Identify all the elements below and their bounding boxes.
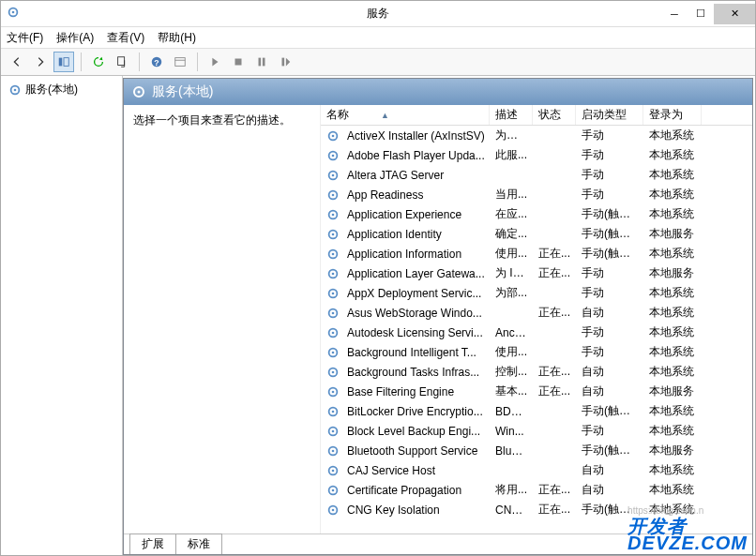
service-desc: 当用... xyxy=(490,187,533,203)
column-start[interactable]: 启动类型 xyxy=(576,105,643,125)
svg-rect-9 xyxy=(235,59,242,66)
service-name: Bluetooth Support Service xyxy=(347,444,477,458)
column-status[interactable]: 状态 xyxy=(533,105,576,125)
service-icon xyxy=(326,208,340,221)
minimize-button[interactable]: ─ xyxy=(661,4,688,24)
service-row[interactable]: Autodesk Licensing Servi...Anch...手动本地系统 xyxy=(321,323,752,342)
service-name: Block Level Backup Engi... xyxy=(347,425,480,438)
column-desc[interactable]: 描述 xyxy=(490,105,533,125)
svg-point-50 xyxy=(332,449,335,452)
service-logon: 本地系统 xyxy=(643,502,702,518)
service-row[interactable]: Application Layer Gatewa...为 In...正在...手… xyxy=(321,263,752,283)
service-row[interactable]: Application Information使用...正在...手动(触发..… xyxy=(321,244,752,263)
export-button[interactable] xyxy=(112,52,132,72)
tree-root-item[interactable]: 服务(本地) xyxy=(5,80,118,99)
service-row[interactable]: Block Level Backup Engi...Win...手动本地系统 xyxy=(321,421,752,441)
refresh-button[interactable] xyxy=(88,52,109,72)
service-name: Base Filtering Engine xyxy=(347,385,454,398)
service-desc: 此服... xyxy=(490,147,533,163)
help-button[interactable]: ? xyxy=(146,52,167,72)
svg-point-1 xyxy=(12,11,15,14)
menu-action[interactable]: 操作(A) xyxy=(56,30,94,46)
service-row[interactable]: Bluetooth Support ServiceBlue...手动(触发...… xyxy=(321,441,752,460)
svg-point-16 xyxy=(138,91,141,94)
pause-service-button[interactable] xyxy=(251,52,272,72)
toolbar-separator xyxy=(81,53,82,71)
service-desc: BDE... xyxy=(490,405,533,418)
forward-button[interactable] xyxy=(30,52,51,72)
service-status: 正在... xyxy=(533,364,576,380)
service-row[interactable]: Base Filtering Engine基本...正在...自动本地服务 xyxy=(321,382,752,401)
service-icon xyxy=(326,484,340,497)
column-logon[interactable]: 登录为 xyxy=(643,105,702,125)
service-row[interactable]: App Readiness当用...手动本地系统 xyxy=(321,185,752,204)
restart-service-button[interactable] xyxy=(275,52,295,72)
description-pane: 选择一个项目来查看它的描述。 xyxy=(124,105,321,533)
svg-point-36 xyxy=(332,311,335,314)
services-list[interactable]: 名称▲ 描述 状态 启动类型 登录为 ActiveX Installer (Ax… xyxy=(321,105,752,533)
service-row[interactable]: ActiveX Installer (AxInstSV)为从 ...手动本地系统 xyxy=(321,126,752,145)
service-status: 正在... xyxy=(533,246,576,262)
service-row[interactable]: Certificate Propagation将用...正在...自动本地系统 xyxy=(321,480,752,500)
title-bar: 服务 ─ ☐ ✕ xyxy=(1,1,755,27)
service-row[interactable]: Background Intelligent T...使用...手动本地系统 xyxy=(321,342,752,362)
service-row[interactable]: AppX Deployment Servic...为部...手动本地系统 xyxy=(321,283,752,303)
stop-service-button[interactable] xyxy=(228,52,249,72)
description-prompt: 选择一个项目来查看它的描述。 xyxy=(133,113,310,128)
show-hide-tree-button[interactable] xyxy=(53,52,74,72)
service-name: Background Intelligent T... xyxy=(347,346,476,359)
service-start: 手动(触发... xyxy=(576,226,643,242)
svg-rect-11 xyxy=(263,58,265,67)
service-logon: 本地系统 xyxy=(643,324,702,340)
service-desc: 将用... xyxy=(490,482,533,498)
service-logon: 本地系统 xyxy=(643,364,702,380)
service-row[interactable]: Asus WebStorage Windo...正在...自动本地系统 xyxy=(321,303,752,323)
service-name: CAJ Service Host xyxy=(347,464,435,477)
back-button[interactable] xyxy=(7,52,27,72)
service-desc: 确定... xyxy=(490,226,533,242)
service-icon xyxy=(326,464,340,477)
service-row[interactable]: CAJ Service Host自动本地系统 xyxy=(321,460,752,480)
svg-point-46 xyxy=(332,410,335,413)
menu-view[interactable]: 查看(V) xyxy=(107,30,144,46)
service-row[interactable]: Background Tasks Infras...控制...正在...自动本地… xyxy=(321,362,752,382)
service-row[interactable]: Altera JTAG Server手动本地系统 xyxy=(321,165,752,185)
service-start: 手动(触发... xyxy=(576,206,643,222)
service-icon xyxy=(326,366,340,379)
start-service-button[interactable] xyxy=(204,52,225,72)
svg-point-14 xyxy=(14,88,17,91)
svg-point-18 xyxy=(332,134,335,137)
service-desc: 为部... xyxy=(490,285,533,301)
svg-point-38 xyxy=(332,331,335,334)
svg-point-28 xyxy=(332,233,335,235)
service-start: 手动 xyxy=(576,344,643,360)
service-icon xyxy=(326,248,340,261)
service-desc: Anch... xyxy=(490,326,533,339)
service-icon xyxy=(326,307,340,320)
service-row[interactable]: CNG Key IsolationCNG...正在...手动(触发...本地系统 xyxy=(321,500,752,519)
service-logon: 本地系统 xyxy=(643,403,702,419)
service-start: 手动 xyxy=(576,324,643,340)
column-name[interactable]: 名称▲ xyxy=(321,105,490,125)
service-row[interactable]: Application Identity确定...手动(触发...本地服务 xyxy=(321,224,752,244)
tab-standard[interactable]: 标准 xyxy=(175,533,222,554)
svg-rect-4 xyxy=(118,57,125,66)
service-row[interactable]: Application Experience在应...手动(触发...本地系统 xyxy=(321,204,752,224)
service-logon: 本地系统 xyxy=(643,246,702,262)
service-icon xyxy=(326,503,340,517)
view-tabs: 扩展 标准 xyxy=(124,533,752,554)
service-icon xyxy=(326,149,340,162)
menu-file[interactable]: 文件(F) xyxy=(7,30,43,46)
tree-root-label: 服务(本地) xyxy=(25,82,78,98)
svg-text:?: ? xyxy=(154,58,159,68)
maximize-button[interactable]: ☐ xyxy=(688,4,714,24)
service-row[interactable]: BitLocker Drive Encryptio...BDE...手动(触发.… xyxy=(321,401,752,421)
menu-help[interactable]: 帮助(H) xyxy=(158,30,196,46)
service-row[interactable]: Adobe Flash Player Upda...此服...手动本地系统 xyxy=(321,145,752,165)
service-logon: 本地系统 xyxy=(643,167,702,183)
close-button[interactable]: ✕ xyxy=(714,4,755,24)
tab-extended[interactable]: 扩展 xyxy=(129,533,176,554)
properties-button[interactable] xyxy=(170,52,190,72)
service-logon: 本地服务 xyxy=(643,383,702,399)
service-desc: 控制... xyxy=(490,364,533,380)
